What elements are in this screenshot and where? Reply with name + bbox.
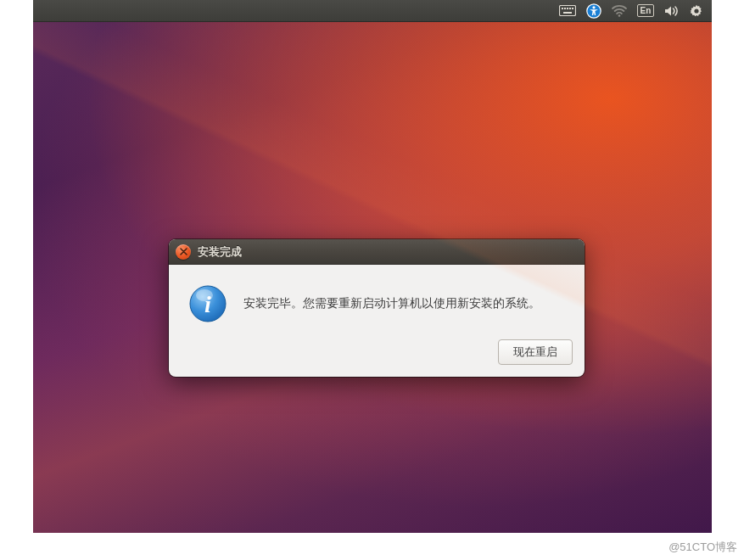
svg-point-10 [694, 8, 698, 13]
watermark-text: @51CTO博客 [668, 540, 737, 555]
network-icon[interactable] [612, 0, 627, 21]
close-icon[interactable] [176, 244, 191, 260]
svg-rect-6 [563, 12, 572, 14]
svg-rect-5 [572, 8, 573, 9]
install-complete-dialog: 安装完成 i [169, 239, 585, 377]
sound-icon[interactable] [664, 0, 680, 21]
top-panel: En [33, 0, 712, 22]
language-indicator[interactable]: En [637, 0, 654, 21]
dialog-title: 安装完成 [198, 244, 242, 260]
accessibility-icon[interactable] [586, 0, 601, 21]
desktop-wallpaper: 安装完成 i [33, 22, 712, 533]
svg-point-8 [592, 6, 595, 8]
dialog-titlebar[interactable]: 安装完成 [169, 239, 585, 265]
info-icon: i [187, 283, 228, 324]
svg-rect-2 [564, 8, 566, 9]
screen: En 安装完成 [33, 0, 712, 533]
gear-icon[interactable] [690, 0, 703, 21]
dialog-message: 安装完毕。您需要重新启动计算机以使用新安装的系统。 [243, 295, 540, 312]
svg-rect-4 [569, 8, 571, 9]
svg-rect-3 [567, 8, 568, 9]
dialog-body: i 安装完毕。您需要重新启动计算机以使用新安装的系统。 [169, 265, 585, 333]
dialog-button-row: 现在重启 [169, 333, 585, 377]
svg-rect-0 [560, 6, 576, 16]
svg-point-9 [618, 14, 621, 17]
keyboard-icon[interactable] [559, 0, 576, 21]
restart-now-button[interactable]: 现在重启 [498, 339, 573, 365]
language-badge-text: En [637, 4, 654, 17]
svg-text:i: i [204, 291, 211, 317]
svg-rect-1 [562, 8, 563, 9]
